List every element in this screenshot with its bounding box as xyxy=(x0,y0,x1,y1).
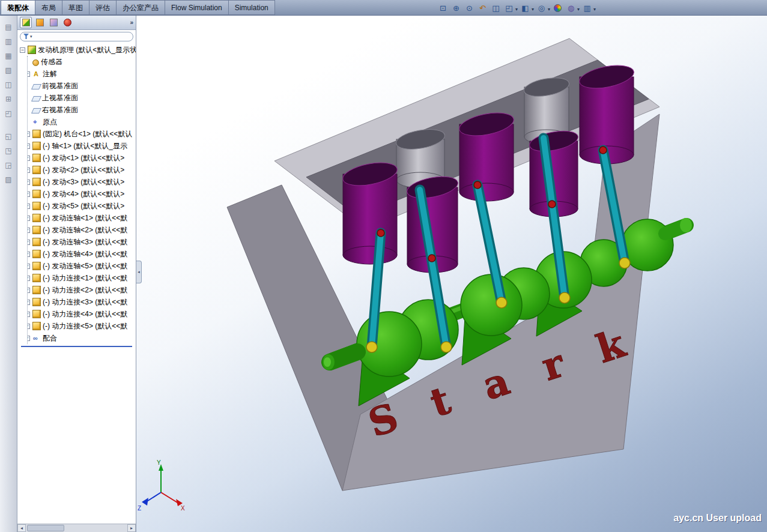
scroll-thumb[interactable] xyxy=(27,525,64,531)
left-toolbar-icon-11[interactable]: ▨ xyxy=(3,174,14,185)
ribbon-tab[interactable]: 评估 xyxy=(89,0,117,15)
ribbon-tab[interactable]: Flow Simulation xyxy=(165,0,229,15)
ribbon-tab[interactable]: 装配体 xyxy=(1,0,35,15)
expand-toggle[interactable]: + xyxy=(28,192,30,197)
expand-toggle[interactable]: + xyxy=(28,252,30,257)
tree-item[interactable]: +(固定) 机台<1> (默认<<默认 xyxy=(28,128,136,140)
left-toolbar-icon-7[interactable]: ◰ xyxy=(3,107,14,119)
view-orientation-icon[interactable]: ◰ xyxy=(503,2,515,14)
left-toolbar-icon-4[interactable]: ▧ xyxy=(3,64,14,76)
hide-show-items-icon[interactable]: ◎ xyxy=(536,2,547,14)
scroll-track[interactable] xyxy=(26,524,127,532)
expand-toggle[interactable]: + xyxy=(28,288,30,293)
tree-item[interactable]: +(-) 发动<1> (默认<<默认> xyxy=(28,152,136,164)
view-settings-icon[interactable]: ▥ xyxy=(581,2,593,14)
expand-toggle[interactable]: + xyxy=(28,264,30,269)
tree-item[interactable]: +(-) 轴<1> (默认<默认_显示 xyxy=(28,140,136,152)
left-toolbar-icon-1[interactable]: ▤ xyxy=(3,21,14,32)
zoom-area-icon[interactable]: ⊙ xyxy=(464,2,475,14)
expand-toggle[interactable]: + xyxy=(28,276,30,281)
tree-item[interactable]: 右视基准面 xyxy=(28,104,136,116)
tree-item[interactable]: +(-) 发动<2> (默认<<默认> xyxy=(28,164,136,176)
zoom-fit-icon[interactable]: ⊡ xyxy=(437,2,449,14)
expand-toggle[interactable]: + xyxy=(28,131,30,137)
tree-item[interactable]: +(-) 发动连轴<4> (默认<<默 xyxy=(28,248,136,260)
scroll-right-button[interactable]: ▸ xyxy=(127,524,136,532)
left-toolbar-icon-5[interactable]: ◫ xyxy=(3,79,14,90)
ribbon-tab[interactable]: Simulation xyxy=(228,0,275,15)
zoom-in-out-icon[interactable]: ⊕ xyxy=(450,2,462,14)
expand-toggle[interactable]: + xyxy=(28,240,30,245)
collapse-toggle[interactable]: − xyxy=(20,47,25,53)
expand-toggle[interactable]: + xyxy=(28,204,30,209)
expand-toggle[interactable]: + xyxy=(28,324,30,329)
tree-item[interactable]: +(-) 动力连接<5> (默认<<默 xyxy=(28,320,136,332)
left-toolbar-icon-6[interactable]: ⊞ xyxy=(3,93,14,104)
component-icon xyxy=(32,262,41,270)
tree-item[interactable]: +(-) 发动连轴<1> (默认<<默 xyxy=(28,212,136,224)
piston-1 xyxy=(341,159,399,264)
component-icon xyxy=(32,298,41,306)
panel-collapse-handle[interactable]: ◂ xyxy=(136,261,142,283)
expand-toggle[interactable]: + xyxy=(28,216,30,221)
origin-icon xyxy=(32,118,41,126)
tree-item[interactable]: 上视基准面 xyxy=(28,92,136,104)
tree-item[interactable]: +(-) 发动连轴<3> (默认<<默 xyxy=(28,236,136,248)
display-style-icon-caret[interactable]: ▾ xyxy=(532,7,534,12)
apply-scene-icon-caret[interactable]: ▾ xyxy=(577,7,580,12)
tree-item[interactable]: 原点 xyxy=(28,116,136,128)
expand-toggle[interactable]: + xyxy=(28,180,30,185)
tree-item[interactable]: 前视基准面 xyxy=(28,80,136,92)
tree-item[interactable]: +注解 xyxy=(28,68,136,80)
tree-item[interactable]: +(-) 动力连接<1> (默认<<默 xyxy=(28,272,136,284)
tree-item[interactable]: +(-) 动力连接<3> (默认<<默 xyxy=(28,296,136,308)
tree-item[interactable]: 传感器 xyxy=(28,56,136,68)
view-settings-icon-caret[interactable]: ▾ xyxy=(593,7,596,12)
tree-item[interactable]: +配合 xyxy=(28,332,136,344)
propertymanager-tab[interactable] xyxy=(34,17,46,28)
tree-item[interactable]: +(-) 动力连接<2> (默认<<默 xyxy=(28,284,136,296)
expand-toggle[interactable]: + xyxy=(28,156,30,161)
tree-item[interactable]: +(-) 发动<4> (默认<<默认> xyxy=(28,188,136,200)
hide-show-items-icon-caret[interactable]: ▾ xyxy=(548,7,550,12)
left-toolbar-icon-9[interactable]: ◳ xyxy=(3,145,14,156)
expand-toggle[interactable]: + xyxy=(28,336,30,341)
tree-item[interactable]: +(-) 动力连接<4> (默认<<默 xyxy=(28,308,136,320)
left-toolbar-icon-3[interactable]: ▦ xyxy=(3,50,14,61)
panel-horizontal-scrollbar[interactable]: ◂ ▸ xyxy=(17,524,136,532)
tree-item[interactable]: +(-) 发动连轴<2> (默认<<默 xyxy=(28,224,136,236)
tree-item[interactable]: +(-) 发动连轴<5> (默认<<默 xyxy=(28,260,136,272)
graphics-area[interactable]: ◂ xyxy=(136,16,767,532)
left-toolbar-icon-8[interactable]: ◱ xyxy=(3,130,14,142)
tree-item[interactable]: +(-) 发动<3> (默认<<默认> xyxy=(28,176,136,188)
ribbon-tab[interactable]: 办公室产品 xyxy=(116,0,165,15)
filter-input[interactable]: ▾ xyxy=(20,32,133,41)
section-view-icon[interactable]: ◫ xyxy=(490,2,502,14)
apply-scene-icon[interactable]: ◍ xyxy=(565,2,577,14)
configurationmanager-tab[interactable] xyxy=(47,17,59,28)
expand-toggle[interactable]: + xyxy=(28,71,30,77)
display-style-icon[interactable]: ◧ xyxy=(520,2,531,14)
previous-view-icon[interactable]: ↶ xyxy=(477,2,488,14)
expand-toggle[interactable]: + xyxy=(28,144,30,149)
ribbon-tab[interactable]: 草图 xyxy=(62,0,89,15)
ribbon-tab[interactable]: 布局 xyxy=(35,0,62,15)
left-toolbar-icon-2[interactable]: ▥ xyxy=(3,35,14,47)
tree-item-label: (-) 发动<2> (默认<<默认> xyxy=(43,165,124,175)
tree-item[interactable]: +(-) 发动<5> (默认<<默认> xyxy=(28,200,136,212)
expand-toggle[interactable]: + xyxy=(28,312,30,317)
tree-item-label: 原点 xyxy=(43,117,57,127)
featuremanager-tab[interactable] xyxy=(20,17,32,28)
expand-toggle[interactable]: + xyxy=(28,300,30,305)
left-toolbar-icon-10[interactable]: ◲ xyxy=(3,159,14,171)
expand-toggle[interactable]: + xyxy=(28,168,30,173)
edit-appearance-icon[interactable] xyxy=(552,2,563,14)
tree-root-item[interactable]: − 发动机原理 (默认<默认_显示状 xyxy=(20,44,136,56)
thirdparty-manager-tab[interactable] xyxy=(61,17,73,28)
panel-empty-space xyxy=(17,347,136,524)
expand-toggle[interactable]: + xyxy=(28,228,30,233)
configurationmanager-tab-icon xyxy=(50,19,58,26)
view-orientation-icon-caret[interactable]: ▾ xyxy=(515,7,518,12)
scroll-left-button[interactable]: ◂ xyxy=(17,524,26,532)
panel-overflow-button[interactable]: » xyxy=(130,19,133,26)
